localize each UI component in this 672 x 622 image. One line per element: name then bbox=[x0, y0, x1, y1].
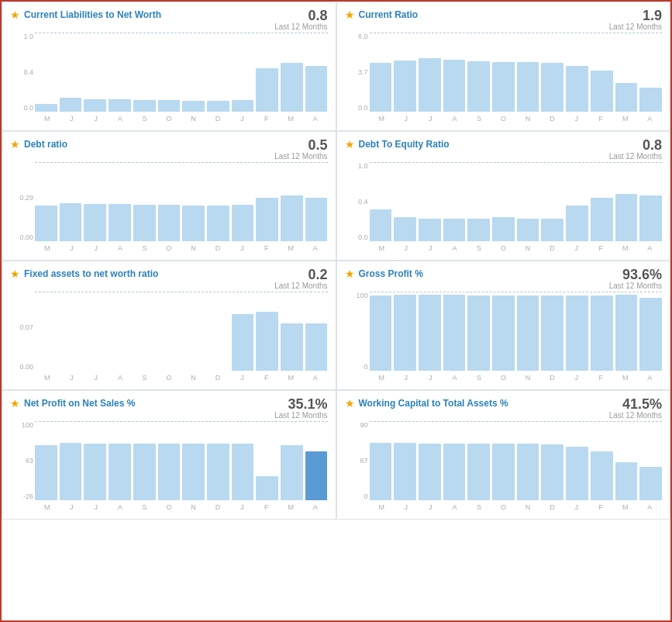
bar-col bbox=[566, 33, 588, 112]
x-label: F bbox=[589, 503, 613, 511]
star-icon[interactable]: ★ bbox=[10, 397, 20, 409]
bar-col bbox=[232, 421, 254, 500]
panel-title-group: ★ Current Ratio bbox=[345, 9, 419, 21]
y-axis: 100 0 bbox=[345, 292, 368, 371]
panel-title-group: ★ Debt To Equity Ratio bbox=[345, 138, 450, 150]
x-label: J bbox=[394, 503, 418, 511]
panel-header: ★ Current Ratio 1.9 Last 12 Months bbox=[345, 9, 663, 31]
bar bbox=[541, 444, 563, 500]
y-top: 1.0 bbox=[23, 33, 33, 40]
y-bot: 0.0 bbox=[358, 233, 368, 241]
x-label: J bbox=[84, 244, 108, 252]
chart-inner: 0.07 0.00 bbox=[10, 292, 328, 385]
bar bbox=[517, 62, 539, 112]
panel-value-group: 0.8 Last 12 Months bbox=[274, 9, 327, 31]
star-icon[interactable]: ★ bbox=[345, 138, 355, 150]
bar bbox=[182, 101, 205, 112]
star-icon[interactable]: ★ bbox=[10, 9, 20, 21]
x-label: D bbox=[205, 503, 229, 511]
x-label: S bbox=[133, 244, 157, 252]
bar bbox=[305, 451, 328, 500]
x-label: F bbox=[589, 374, 613, 382]
panel-subtitle: Last 12 Months bbox=[609, 411, 662, 420]
chart-inner: 1.0 0.4 0.0 bbox=[10, 33, 328, 126]
x-label: O bbox=[491, 374, 515, 382]
y-axis: 100 63 -26 bbox=[10, 421, 33, 500]
bars-area bbox=[35, 33, 328, 112]
x-label: J bbox=[230, 115, 254, 123]
x-label: A bbox=[303, 244, 327, 252]
x-label: D bbox=[205, 115, 229, 123]
bar bbox=[370, 209, 392, 241]
x-label: A bbox=[443, 374, 467, 382]
x-label: N bbox=[181, 374, 205, 382]
bar-col bbox=[35, 162, 57, 241]
bars-area bbox=[35, 421, 328, 500]
x-label: S bbox=[467, 374, 491, 382]
panel-value: 41.5% bbox=[609, 397, 662, 411]
x-label: J bbox=[84, 374, 108, 382]
y-mid: 0.4 bbox=[358, 198, 368, 206]
x-label: J bbox=[394, 244, 418, 252]
bar bbox=[232, 205, 254, 241]
x-label: F bbox=[254, 503, 278, 511]
bar-col bbox=[158, 33, 181, 112]
panel-title: Fixed assets to net worth ratio bbox=[24, 268, 158, 279]
y-bot: 0.00 bbox=[19, 363, 33, 371]
bar bbox=[207, 206, 229, 241]
x-label: N bbox=[515, 374, 539, 382]
x-label: M bbox=[613, 115, 637, 123]
bar bbox=[467, 295, 490, 371]
bar bbox=[133, 444, 156, 500]
bar bbox=[232, 100, 254, 112]
x-label: J bbox=[84, 503, 108, 511]
star-icon[interactable]: ★ bbox=[10, 138, 20, 150]
panel-value: 35.1% bbox=[274, 397, 327, 411]
panel-value: 1.9 bbox=[609, 9, 662, 22]
bar-col bbox=[158, 421, 181, 500]
x-label: N bbox=[515, 503, 539, 511]
panel-header: ★ Current Liabilities to Net Worth 0.8 L… bbox=[10, 9, 328, 31]
x-axis: MJJASONDJFMA bbox=[370, 112, 663, 126]
bar bbox=[158, 100, 181, 112]
star-icon[interactable]: ★ bbox=[345, 268, 355, 280]
x-label: O bbox=[157, 374, 181, 382]
y-axis: 0.29 0.00 bbox=[10, 162, 33, 241]
bar-col bbox=[443, 292, 466, 371]
x-label: O bbox=[157, 244, 181, 252]
x-label: M bbox=[613, 244, 637, 252]
bar-col bbox=[256, 33, 278, 112]
bars-area bbox=[35, 162, 328, 241]
y-mid: 3.7 bbox=[358, 68, 368, 76]
bar bbox=[517, 295, 539, 371]
star-icon[interactable]: ★ bbox=[345, 397, 355, 409]
bar-col bbox=[492, 421, 515, 500]
bar-col bbox=[467, 292, 490, 371]
x-label: S bbox=[467, 244, 491, 252]
bar bbox=[591, 451, 613, 500]
bar bbox=[232, 444, 254, 500]
x-label: M bbox=[279, 503, 303, 511]
x-label: A bbox=[108, 503, 132, 511]
star-icon[interactable]: ★ bbox=[345, 9, 355, 21]
bars-area bbox=[370, 162, 663, 241]
y-bot: 0.0 bbox=[358, 104, 368, 112]
bar bbox=[591, 198, 613, 241]
bar bbox=[281, 445, 303, 500]
bar-col bbox=[467, 162, 490, 241]
bar bbox=[467, 444, 490, 500]
bar-col bbox=[394, 292, 416, 371]
bar-col bbox=[541, 421, 563, 500]
bar-col bbox=[639, 292, 662, 371]
bars-area bbox=[370, 33, 663, 112]
panel-title-group: ★ Working Capital to Total Assets % bbox=[345, 397, 508, 409]
x-label: M bbox=[613, 503, 637, 511]
bar-col bbox=[60, 33, 82, 112]
bar bbox=[232, 314, 254, 371]
bar-col bbox=[207, 162, 229, 241]
star-icon[interactable]: ★ bbox=[10, 268, 20, 280]
bar-col bbox=[158, 162, 181, 241]
x-label: S bbox=[467, 115, 491, 123]
bar bbox=[207, 101, 229, 112]
bar-col bbox=[419, 162, 441, 241]
